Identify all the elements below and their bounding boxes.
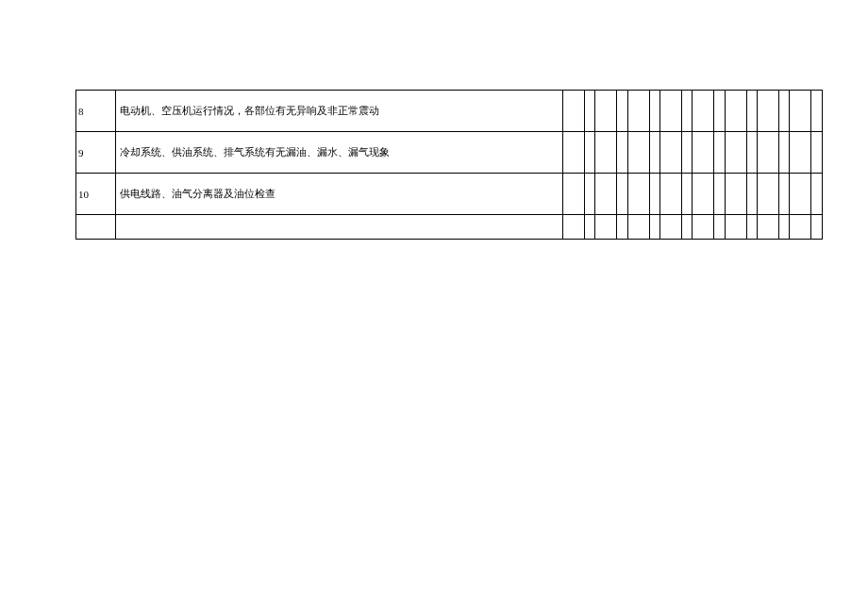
check-cell xyxy=(779,132,790,174)
check-cell xyxy=(714,215,725,240)
check-cell xyxy=(693,215,714,240)
check-cell xyxy=(617,132,627,174)
check-cell xyxy=(811,174,823,215)
check-cell xyxy=(584,174,594,215)
check-cell xyxy=(790,91,811,132)
check-cell xyxy=(725,91,746,132)
check-cell xyxy=(714,174,725,215)
check-cell xyxy=(811,132,823,174)
check-cell xyxy=(584,91,594,132)
check-cell xyxy=(681,174,692,215)
check-cell xyxy=(649,91,659,132)
check-cell xyxy=(779,174,790,215)
table-row xyxy=(76,215,823,240)
check-cell xyxy=(758,132,779,174)
check-cell xyxy=(779,91,790,132)
row-description: 供电线路、油气分离器及油位检查 xyxy=(115,174,562,215)
check-cell xyxy=(562,91,584,132)
check-cell xyxy=(595,215,617,240)
check-cell xyxy=(811,215,823,240)
check-cell xyxy=(562,132,584,174)
check-cell xyxy=(659,91,681,132)
check-cell xyxy=(746,174,757,215)
check-cell xyxy=(681,91,692,132)
check-cell xyxy=(595,91,617,132)
check-cell xyxy=(617,174,627,215)
check-cell xyxy=(562,174,584,215)
check-cell xyxy=(584,215,594,240)
check-cell xyxy=(714,132,725,174)
check-cell xyxy=(790,174,811,215)
inspection-table: 8 电动机、空压机运行情况，各部位有无异响及非正常震动 xyxy=(75,90,823,240)
check-cell xyxy=(627,174,649,215)
check-cell xyxy=(758,174,779,215)
check-cell xyxy=(627,91,649,132)
table-row: 8 电动机、空压机运行情况，各部位有无异响及非正常震动 xyxy=(76,91,823,132)
check-cell xyxy=(693,174,714,215)
check-cell xyxy=(649,215,659,240)
row-description: 冷却系统、供油系统、排气系统有无漏油、漏水、漏气现象 xyxy=(115,132,562,174)
check-cell xyxy=(681,215,692,240)
check-cell xyxy=(790,215,811,240)
check-cell xyxy=(659,132,681,174)
check-cell xyxy=(725,215,746,240)
check-cell xyxy=(649,132,659,174)
table-row: 10 供电线路、油气分离器及油位检查 xyxy=(76,174,823,215)
row-description xyxy=(115,215,562,240)
row-description: 电动机、空压机运行情况，各部位有无异响及非正常震动 xyxy=(115,91,562,132)
check-cell xyxy=(617,91,627,132)
check-cell xyxy=(693,132,714,174)
check-cell xyxy=(725,132,746,174)
check-cell xyxy=(627,132,649,174)
check-cell xyxy=(595,132,617,174)
row-number xyxy=(76,215,116,240)
check-cell xyxy=(758,91,779,132)
check-cell xyxy=(779,215,790,240)
row-number: 8 xyxy=(76,91,116,132)
check-cell xyxy=(584,132,594,174)
check-cell xyxy=(811,91,823,132)
check-cell xyxy=(681,132,692,174)
check-cell xyxy=(746,215,757,240)
check-cell xyxy=(790,132,811,174)
inspection-table-container: 8 电动机、空压机运行情况，各部位有无异响及非正常震动 xyxy=(75,90,823,240)
table-row: 9 冷却系统、供油系统、排气系统有无漏油、漏水、漏气现象 xyxy=(76,132,823,174)
check-cell xyxy=(758,215,779,240)
check-cell xyxy=(659,215,681,240)
check-cell xyxy=(714,91,725,132)
check-cell xyxy=(746,91,757,132)
check-cell xyxy=(659,174,681,215)
check-cell xyxy=(562,215,584,240)
check-cell xyxy=(595,174,617,215)
check-cell xyxy=(649,174,659,215)
row-number: 9 xyxy=(76,132,116,174)
check-cell xyxy=(725,174,746,215)
check-cell xyxy=(746,132,757,174)
check-cell xyxy=(693,91,714,132)
check-cell xyxy=(627,215,649,240)
check-cell xyxy=(617,215,627,240)
row-number: 10 xyxy=(76,174,116,215)
